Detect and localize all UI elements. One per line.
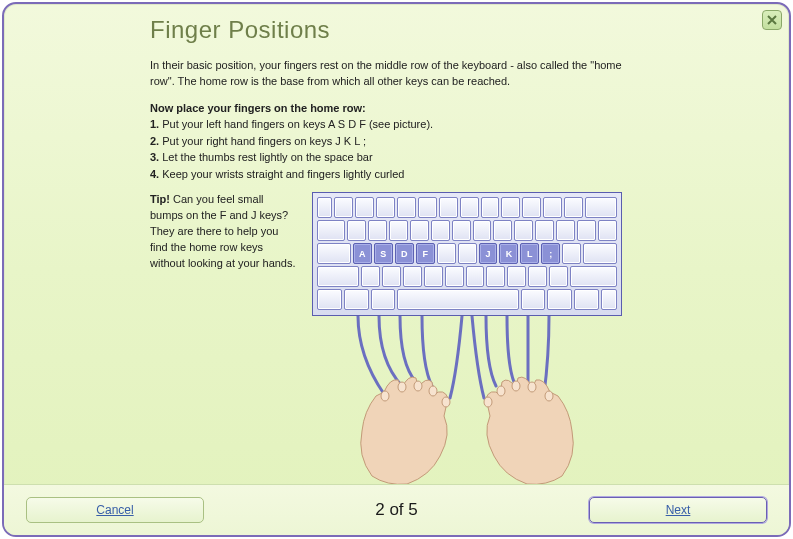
svg-point-4 bbox=[442, 397, 450, 407]
key-s: S bbox=[374, 243, 393, 264]
cancel-label: Cancel bbox=[96, 503, 133, 517]
step-3: 3. Let the thumbs rest lightly on the sp… bbox=[150, 149, 749, 166]
next-button[interactable]: Next bbox=[589, 497, 767, 523]
step-1: 1. Put your left hand fingers on keys A … bbox=[150, 116, 749, 133]
svg-point-2 bbox=[414, 381, 422, 391]
svg-point-6 bbox=[528, 382, 536, 392]
tip-label: Tip! bbox=[150, 193, 170, 205]
footer-bar: Cancel 2 of 5 Next bbox=[4, 484, 789, 535]
intro-text: In their basic position, your fingers re… bbox=[150, 58, 640, 90]
tip-box: Tip! Can you feel small bumps on the F a… bbox=[150, 192, 298, 272]
dialog-window: Finger Positions In their basic position… bbox=[2, 2, 791, 537]
instructions-lead: Now place your fingers on the home row: bbox=[150, 100, 749, 117]
key-k: K bbox=[499, 243, 518, 264]
hands-illustration bbox=[312, 316, 622, 496]
key-f: F bbox=[416, 243, 435, 264]
tip-text: Can you feel small bumps on the F and J … bbox=[150, 193, 296, 269]
page-title: Finger Positions bbox=[150, 16, 749, 44]
key-semicolon: ; bbox=[541, 243, 560, 264]
keyboard-figure: A S D F J K L ; bbox=[312, 192, 622, 496]
svg-point-7 bbox=[512, 381, 520, 391]
key-space bbox=[397, 289, 518, 310]
key-d: D bbox=[395, 243, 414, 264]
svg-point-0 bbox=[381, 391, 389, 401]
step-4: 4. Keep your wrists straight and fingers… bbox=[150, 166, 749, 183]
cancel-button[interactable]: Cancel bbox=[26, 497, 204, 523]
svg-point-8 bbox=[497, 386, 505, 396]
content-area: Finger Positions In their basic position… bbox=[150, 16, 749, 496]
instructions: Now place your fingers on the home row: … bbox=[150, 100, 749, 183]
step-2: 2. Put your right hand fingers on keys J… bbox=[150, 133, 749, 150]
key-l: L bbox=[520, 243, 539, 264]
close-button[interactable] bbox=[762, 10, 782, 30]
svg-point-1 bbox=[398, 382, 406, 392]
svg-point-5 bbox=[545, 391, 553, 401]
close-icon bbox=[767, 15, 777, 25]
key-j: J bbox=[479, 243, 498, 264]
next-label: Next bbox=[666, 503, 691, 517]
key-a: A bbox=[353, 243, 372, 264]
keyboard: A S D F J K L ; bbox=[312, 192, 622, 316]
svg-point-9 bbox=[484, 397, 492, 407]
svg-point-3 bbox=[429, 386, 437, 396]
